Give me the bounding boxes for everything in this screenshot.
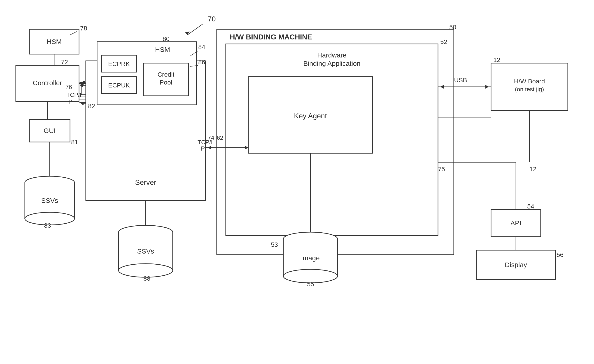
hw-board-line2: (on test jig) bbox=[515, 86, 544, 93]
ref-83: 83 bbox=[44, 222, 51, 229]
ref-81: 81 bbox=[71, 139, 78, 146]
ref-52: 52 bbox=[440, 38, 447, 45]
ref-50: 50 bbox=[449, 24, 456, 31]
server-label: Server bbox=[135, 178, 156, 186]
image-db-label: image bbox=[301, 254, 320, 262]
credit-pool-line1: Credit bbox=[158, 71, 175, 78]
key-agent-label: Key Agent bbox=[294, 112, 327, 120]
api-label: API bbox=[510, 219, 521, 227]
ref-62: 62 bbox=[217, 134, 223, 141]
ref-53: 53 bbox=[271, 241, 278, 248]
ecprk-label: ECPRK bbox=[108, 60, 130, 67]
tcp-ip-right-p: P bbox=[201, 145, 205, 152]
ref-12-bottom: 12 bbox=[529, 166, 536, 173]
ref-80: 80 bbox=[162, 35, 169, 42]
tcp-ip-left-label: TCP/I bbox=[66, 91, 81, 98]
ref-70: 70 bbox=[208, 15, 216, 23]
svg-marker-23 bbox=[208, 146, 211, 150]
ref-55: 55 bbox=[307, 281, 314, 288]
ref-78: 78 bbox=[80, 25, 87, 32]
hsm-server-label: HSM bbox=[155, 46, 170, 53]
gui-label: GUI bbox=[44, 127, 55, 134]
credit-pool-line2: Pool bbox=[160, 79, 172, 86]
ref-86: 86 bbox=[198, 58, 205, 65]
usb-label: USB bbox=[454, 77, 467, 84]
svg-marker-30 bbox=[486, 85, 489, 89]
ref-72: 72 bbox=[61, 58, 68, 65]
tcp-ip-right-label: TCP/I bbox=[197, 139, 212, 146]
diagram: 70 HSM 78 Controller 72 GUI 81 bbox=[0, 0, 594, 364]
ssvs-server-label: SSVs bbox=[137, 247, 154, 255]
svg-marker-1 bbox=[185, 32, 190, 35]
display-label: Display bbox=[505, 261, 527, 268]
svg-line-0 bbox=[187, 24, 203, 35]
tcp-ip-left-p: P bbox=[68, 98, 72, 105]
ecpuk-label: ECPUK bbox=[108, 82, 130, 89]
hw-board-line1: H/W Board bbox=[514, 78, 545, 85]
controller-label: Controller bbox=[33, 79, 62, 87]
ref-75: 75 bbox=[438, 166, 445, 173]
hw-binding-app-line2: Binding Application bbox=[303, 60, 361, 67]
hw-binding-app-line1: Hardware bbox=[317, 51, 347, 59]
hsm-left-label: HSM bbox=[47, 38, 62, 45]
ref-12-top: 12 bbox=[493, 56, 500, 63]
ref-76: 76 bbox=[66, 84, 72, 90]
ssvs-left-label: SSVs bbox=[41, 197, 58, 204]
ref-56: 56 bbox=[557, 251, 564, 258]
ref-54: 54 bbox=[527, 203, 534, 210]
ref-84: 84 bbox=[198, 44, 205, 51]
ref-82: 82 bbox=[88, 103, 95, 110]
ref-88: 88 bbox=[143, 275, 150, 282]
hw-binding-machine-label: H/W BINDING MACHINE bbox=[230, 33, 312, 41]
